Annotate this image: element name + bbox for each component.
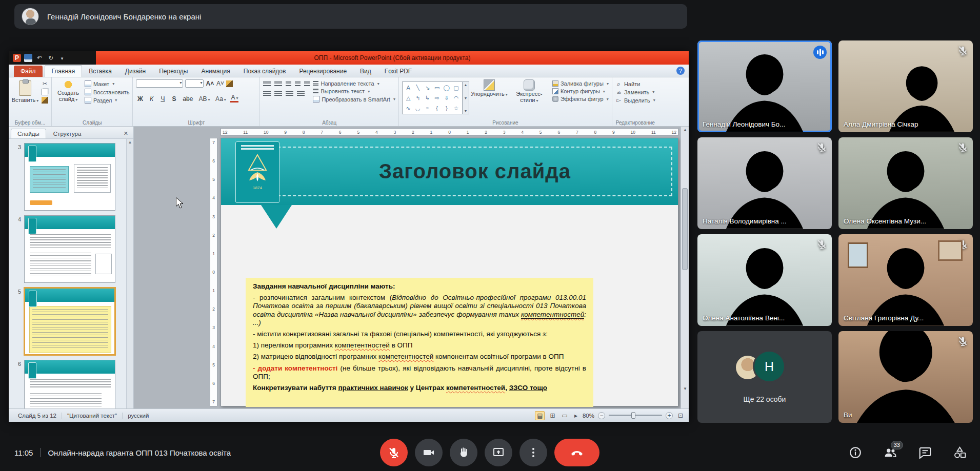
quick-styles-button[interactable]: Экспресс-стили [509,79,549,118]
shape-icon[interactable]: A [407,85,410,91]
restore-button[interactable]: Восстановить [85,89,129,95]
shape-icon[interactable]: ☆ [454,105,459,112]
new-slide-button[interactable]: Создать слайд [55,79,82,118]
shape-icon[interactable]: ▭ [434,85,439,91]
panel-tab-outline[interactable]: Структура [47,129,88,138]
align-right-icon[interactable] [286,91,293,97]
save-icon[interactable] [24,54,32,62]
tab-review[interactable]: Рецензирование [292,66,353,77]
panel-scrollbar[interactable] [126,139,133,408]
mic-toggle-button[interactable] [380,439,408,466]
slide-thumbnail-6[interactable] [24,360,115,408]
shape-outline-button[interactable]: Контур фигуры [552,88,609,94]
panel-close-icon[interactable] [121,129,131,138]
font-color-button[interactable]: А [230,94,238,103]
strikethrough-button[interactable]: abe [181,95,194,103]
align-center-icon[interactable] [274,91,282,97]
arrange-button[interactable]: Упорядочить [472,79,506,118]
shapes-gallery-scroll[interactable]: ▲▼▼ [463,81,469,114]
more-participants-tile[interactable]: Н Ще 22 особи [697,331,832,423]
participants-button[interactable]: 33 [884,446,897,459]
fit-to-window-icon[interactable]: ⊡ [676,412,685,420]
participant-tile-svitlana[interactable]: Світлана Григорівна Ду... [838,234,973,326]
underline-button[interactable]: Ч [158,95,167,103]
replace-button[interactable]: Заменить [615,89,655,95]
title-placeholder[interactable]: Заголовок слайда [277,147,672,196]
shape-icon[interactable]: ╲ [416,85,420,91]
shape-icon[interactable]: △ [406,95,410,101]
shape-icon[interactable]: ↳ [425,95,430,101]
copy-icon[interactable] [42,89,48,95]
shape-icon[interactable]: ⇨ [435,95,439,101]
participant-tile-nataliya[interactable]: Наталія Володимирівна ... [697,137,832,229]
shape-icon[interactable]: ⇩ [444,95,449,101]
tab-animation[interactable]: Анимация [194,66,236,77]
panel-tab-slides[interactable]: Слайды [11,129,46,138]
normal-view-icon[interactable]: ▤ [535,411,545,420]
find-button[interactable]: Найти [615,80,655,87]
font-name-combo[interactable] [136,79,183,88]
slide-thumbnail-3[interactable] [24,143,115,211]
bullets-icon[interactable] [263,81,271,87]
shape-icon[interactable]: } [446,105,448,111]
tab-transitions[interactable]: Переходы [152,66,194,77]
clear-formatting-icon[interactable] [226,80,233,87]
align-text-button[interactable]: Выровнять текст [313,88,395,94]
participant-tile-alla[interactable]: Алла Дмитрівна Січкар [838,40,973,132]
help-icon[interactable] [676,67,685,75]
bold-button[interactable]: Ж [136,95,144,103]
shape-icon[interactable]: ◯ [444,85,450,91]
tab-foxit[interactable]: Foxit PDF [378,66,418,77]
numbering-icon[interactable] [274,81,282,87]
slide-body-textbox[interactable]: Завдання навчальної дисципліни мають: - … [246,278,593,407]
cut-icon[interactable] [42,80,48,87]
shape-icon[interactable]: ◡ [415,105,421,112]
paste-button[interactable]: Вставить [12,79,38,118]
shape-effects-button[interactable]: Эффекты фигур [552,96,609,102]
shape-icon[interactable]: ↘ [425,85,430,91]
chat-button[interactable] [918,446,932,459]
slide-canvas[interactable]: Заголовок слайда 1874 Завдання навчально… [221,138,678,406]
participant-tile-olena-a[interactable]: Олена Анатоліївна Венг... [697,234,832,326]
shape-fill-button[interactable]: Заливка фигуры [552,80,609,87]
undo-icon[interactable] [35,54,44,62]
zoom-slider[interactable] [609,415,662,416]
select-button[interactable]: Выделить [615,97,655,104]
align-left-icon[interactable] [263,91,271,97]
increase-indent-icon[interactable] [295,81,301,87]
slide-thumbnail-5-selected[interactable] [24,288,115,355]
zoom-in-button[interactable]: + [666,412,673,419]
tab-design[interactable]: Дизайн [118,66,152,77]
reading-view-icon[interactable]: ▭ [561,412,569,420]
tab-insert[interactable]: Вставка [82,66,118,77]
decrease-indent-icon[interactable] [286,81,291,87]
char-spacing-button[interactable]: АВ [197,95,211,103]
shape-icon[interactable]: ◠ [454,95,459,101]
shape-icon[interactable]: ▢ [453,85,458,91]
change-case-button[interactable]: Аа [214,95,227,103]
meeting-details-button[interactable] [849,446,862,459]
camera-toggle-button[interactable] [415,439,443,466]
convert-smartart-button[interactable]: Преобразовать в SmartArt [313,96,395,103]
slideshow-icon[interactable]: ▸ [573,412,579,420]
more-options-button[interactable] [519,439,547,466]
line-spacing-icon[interactable] [304,81,310,87]
participant-tile-gennadiy[interactable]: Геннадій Леонідович Бо... [697,40,832,132]
italic-button[interactable]: К [147,95,155,103]
redo-icon[interactable] [47,54,55,62]
present-button[interactable] [485,439,512,466]
columns-icon[interactable] [297,91,305,97]
shape-icon[interactable]: { [436,105,438,111]
shape-icon[interactable]: ≈ [426,105,429,111]
zoom-out-button[interactable]: − [598,412,605,419]
theme-name[interactable]: "Цитований текст" [62,413,123,419]
grow-font-icon[interactable]: A˄ [206,80,214,87]
participant-tile-you[interactable]: Ви [838,331,973,423]
end-call-button[interactable] [554,439,599,466]
raise-hand-button[interactable] [450,439,477,466]
layout-button[interactable]: Макет [85,80,129,87]
shape-icon[interactable]: ∿ [406,105,411,112]
editor-scrollbar[interactable] [681,127,689,408]
quick-access-dropdown-icon[interactable] [58,54,66,62]
shape-icon[interactable]: ↰ [415,95,420,101]
